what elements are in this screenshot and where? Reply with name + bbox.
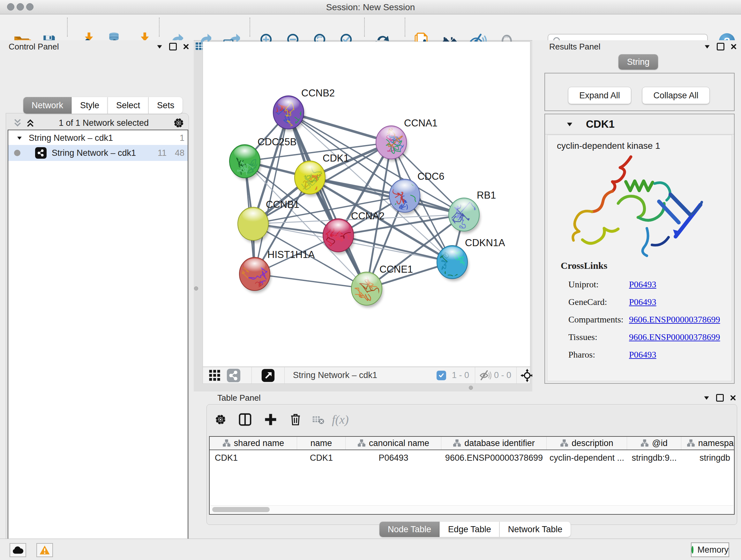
network-edge[interactable] — [255, 274, 367, 289]
add-column-icon[interactable] — [262, 411, 279, 428]
string-view-icon[interactable] — [226, 367, 241, 383]
column-header-database-identifier[interactable]: database identifier — [441, 437, 547, 449]
crosslinks-list: Uniprot:P06493GeneCard:P06493Compartment… — [568, 275, 728, 363]
network-label: String Network – cdk1 — [52, 148, 136, 158]
crosslink-label: Uniprot: — [568, 279, 629, 290]
delete-table-icon[interactable] — [310, 411, 327, 428]
tab-network-table[interactable]: Network Table — [499, 522, 571, 537]
hidden-eye-icon[interactable] — [479, 367, 491, 383]
hierarchy-icon — [641, 439, 649, 447]
show-columns-icon[interactable] — [237, 411, 253, 428]
network-node-count: 11 — [158, 148, 166, 158]
table-cell: CDK1 — [210, 453, 297, 463]
network-edge[interactable] — [288, 112, 367, 289]
protein-name: CDK1 — [586, 118, 615, 130]
collapse-all-networks-icon[interactable] — [13, 118, 22, 128]
crosslink-link[interactable]: P06493 — [629, 279, 657, 290]
hierarchy-icon — [560, 439, 568, 447]
delete-column-icon[interactable] — [287, 411, 304, 428]
memory-status-dot — [691, 546, 693, 554]
network-view-canvas[interactable]: CCNB2CCNA1CDC25BCDK1CDC6RB1CCNB1CCNA2CDK… — [203, 42, 530, 367]
node-label: CDK1 — [323, 152, 349, 164]
network-node[interactable]: RB1 — [449, 190, 496, 233]
memory-button[interactable]: Memory — [691, 543, 729, 557]
panel-maximize-icon[interactable] — [169, 43, 177, 51]
protein-collapse-icon[interactable] — [565, 120, 574, 128]
tab-edge-table[interactable]: Edge Table — [440, 522, 499, 537]
table-cell: P06493 — [346, 453, 441, 463]
network-graph[interactable]: CCNB2CCNA1CDC25BCDK1CDC6RB1CCNB1CCNA2CDK… — [203, 42, 530, 367]
cloud-button[interactable] — [10, 543, 26, 557]
network-node[interactable]: CCNE1 — [351, 264, 413, 312]
network-row-selected[interactable]: String Network – cdk1 11 48 — [8, 145, 188, 161]
warnings-button[interactable] — [37, 543, 53, 557]
horizontal-splitter-handle[interactable] — [469, 386, 473, 390]
crosslink-label: Pharos: — [568, 350, 629, 360]
column-header-description[interactable]: description — [547, 437, 627, 449]
cloud-icon — [12, 546, 23, 555]
title-bar: Session: New Session — [0, 0, 741, 14]
fit-content-crosshair-icon[interactable] — [521, 367, 534, 383]
crosslink-link[interactable]: 9606.ENSP00000378699 — [629, 332, 720, 342]
selected-checkbox-icon[interactable] — [436, 367, 450, 383]
function-builder-icon[interactable]: f(x) — [332, 413, 349, 427]
network-list: String Network – cdk1 1 String Network –… — [8, 130, 188, 560]
expand-all-networks-icon[interactable] — [25, 118, 35, 128]
crosslink-row: Tissues:9606.ENSP00000378699 — [568, 328, 728, 346]
birds-eye-view-icon[interactable] — [261, 367, 275, 383]
network-collection-row[interactable]: String Network – cdk1 1 — [8, 131, 188, 145]
node-table[interactable]: shared namenamecanonical namedatabase id… — [209, 436, 735, 515]
column-header--id[interactable]: @id — [627, 437, 681, 449]
crosslink-row: Compartments:9606.ENSP00000378699 — [568, 311, 728, 328]
protein-description: cyclin-dependent kinase 1 — [557, 141, 660, 151]
tab-network[interactable]: Network — [23, 97, 71, 114]
toolbar-separator — [250, 17, 250, 37]
crosslink-link[interactable]: P06493 — [629, 350, 657, 360]
panel-close-icon[interactable] — [730, 394, 737, 401]
crosslink-link[interactable]: P06493 — [629, 297, 657, 307]
panel-float-icon[interactable] — [703, 43, 711, 51]
network-node[interactable]: HIST1H1A — [235, 249, 315, 293]
tab-node-table[interactable]: Node Table — [380, 522, 440, 537]
node-label: CCNE1 — [380, 264, 413, 275]
panel-float-icon[interactable] — [703, 394, 711, 401]
column-header-name[interactable]: name — [297, 437, 346, 449]
crosslink-label: GeneCard: — [568, 297, 629, 307]
table-horizontal-scrollbar[interactable] — [210, 505, 733, 513]
network-view-title: String Network – cdk1 — [293, 367, 377, 383]
network-node[interactable]: CCNB2 — [264, 87, 335, 131]
column-header-namespace[interactable]: namespace — [681, 437, 735, 449]
tab-sets[interactable]: Sets — [148, 97, 183, 114]
scrollbar-thumb[interactable] — [212, 507, 270, 512]
network-edge-count: 48 — [175, 148, 185, 158]
table-options-gear-icon[interactable] — [212, 411, 229, 428]
tab-style[interactable]: Style — [71, 97, 108, 114]
panel-close-icon[interactable] — [183, 43, 190, 50]
table-type-tabs: Node TableEdge TableNetwork Table — [380, 522, 570, 537]
column-label: @id — [652, 438, 667, 448]
panel-close-icon[interactable] — [730, 43, 737, 50]
tab-string[interactable]: String — [618, 54, 658, 70]
toolbar-separator — [516, 367, 517, 383]
tab-select[interactable]: Select — [108, 97, 148, 114]
panel-float-icon[interactable] — [156, 43, 163, 51]
panel-maximize-icon[interactable] — [717, 43, 724, 51]
panel-maximize-icon[interactable] — [716, 394, 724, 401]
collapse-all-button[interactable]: Collapse All — [642, 87, 710, 104]
column-header-shared-name[interactable]: shared name — [210, 437, 297, 449]
left-splitter-handle[interactable] — [194, 287, 198, 291]
column-header-canonical-name[interactable]: canonical name — [346, 437, 441, 449]
table-body: CDK1CDK1P064939606.ENSP00000378699cyclin… — [210, 450, 734, 465]
expand-all-button[interactable]: Expand All — [568, 87, 631, 104]
crosslink-link[interactable]: 9606.ENSP00000378699 — [629, 314, 720, 325]
network-node[interactable]: CDKN1A — [437, 237, 505, 281]
node-label: CCNB2 — [301, 87, 335, 99]
collection-expander-icon[interactable] — [16, 134, 23, 141]
table-cell: cyclin-dependent ... — [547, 453, 627, 463]
network-node[interactable]: CCNA1 — [376, 118, 437, 161]
table-row[interactable]: CDK1CDK1P064939606.ENSP00000378699cyclin… — [210, 450, 734, 465]
hierarchy-icon — [222, 439, 231, 447]
grid-mode-icon[interactable] — [209, 367, 221, 383]
network-options-gear-icon[interactable] — [172, 117, 185, 129]
window-title: Session: New Session — [0, 2, 741, 12]
